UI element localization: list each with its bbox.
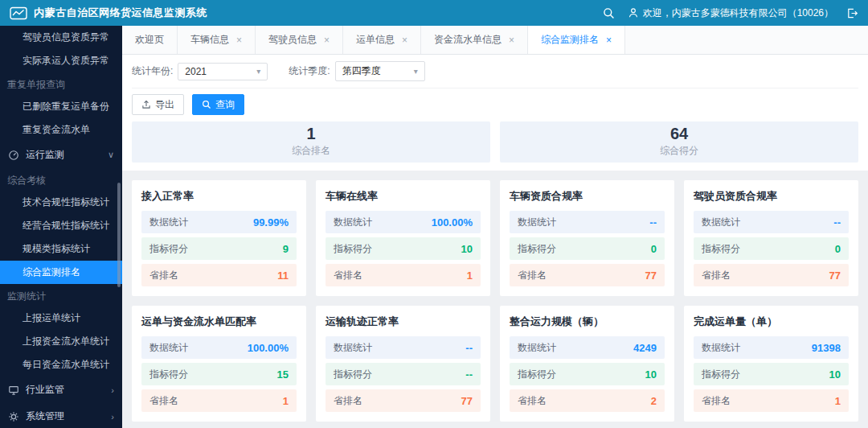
sidebar-item-duplicate-fund-flow[interactable]: 重复资金流水单 <box>0 118 122 142</box>
quarter-select-value: 第四季度 <box>342 64 381 78</box>
metric-rank-label: 省排名 <box>334 269 362 282</box>
metric-card: 驾驶员资质合规率 数据统计 -- 指标得分 0 省排名 77 <box>684 180 858 296</box>
quarter-select[interactable]: 第四季度 ▾ <box>335 61 425 81</box>
tab-fund-flow-info[interactable]: 资金流水单信息 × <box>421 26 528 54</box>
metric-stat-value: 100.00% <box>432 216 473 228</box>
metric-score-label: 指标得分 <box>149 242 188 256</box>
sidebar-item-reported-waybill-stats[interactable]: 上报运单统计 <box>0 307 122 330</box>
sidebar-item-actual-carrier-cert-abnormal[interactable]: 实际承运人资质异常 <box>0 49 122 72</box>
close-icon[interactable]: × <box>606 35 612 46</box>
metric-rank-row: 省排名 1 <box>694 389 849 412</box>
export-button[interactable]: 导出 <box>132 94 184 115</box>
close-icon[interactable]: × <box>509 35 514 46</box>
sidebar: 驾驶员信息资质异常 实际承运人资质异常 重复单报查询 已删除重复运单备份 重复资… <box>0 26 122 428</box>
sidebar-item-business-compliance-stats[interactable]: 经营合规性指标统计 <box>0 214 122 237</box>
gear-icon <box>8 411 19 422</box>
query-button-label: 查询 <box>215 100 235 109</box>
metric-score-value: 10 <box>645 368 657 381</box>
metric-card-title: 车辆在线率 <box>326 189 481 204</box>
sidebar-item-technical-compliance-stats[interactable]: 技术合规性指标统计 <box>0 191 122 214</box>
summary-card-rank: 1 综合排名 <box>132 121 490 163</box>
caret-down-icon: ▾ <box>414 67 418 76</box>
metric-rank-label: 省排名 <box>518 269 547 282</box>
metric-card: 运单与资金流水单匹配率 数据统计 100.00% 指标得分 15 省排名 1 <box>132 306 306 422</box>
sidebar-group-industry-supervision[interactable]: 行业监管 › <box>0 377 122 403</box>
search-icon <box>202 100 211 109</box>
user-icon <box>628 7 639 19</box>
caret-down-icon: ▾ <box>256 67 260 76</box>
close-icon[interactable]: × <box>402 35 407 46</box>
metric-rank-label: 省排名 <box>334 394 362 408</box>
sidebar-item-comprehensive-monitoring-ranking[interactable]: 综合监测排名 <box>0 261 122 284</box>
metric-score-value: 9 <box>283 243 289 255</box>
metric-stat-row: 数据统计 100.00% <box>326 211 481 233</box>
metric-stat-value: 99.99% <box>253 216 289 228</box>
year-select-value: 2021 <box>185 66 207 77</box>
metric-score-row: 指标得分 10 <box>694 363 849 385</box>
close-icon[interactable]: × <box>324 35 330 46</box>
tab-welcome[interactable]: 欢迎页 <box>122 26 178 54</box>
metric-rank-value: 1 <box>283 395 289 407</box>
metric-rank-row: 省排名 1 <box>326 264 481 286</box>
metric-card-title: 接入正常率 <box>141 189 297 204</box>
metric-stat-label: 数据统计 <box>702 216 740 229</box>
tab-label: 欢迎页 <box>135 33 164 47</box>
sidebar-item-scale-indicator-stats[interactable]: 规模类指标统计 <box>0 237 122 261</box>
metric-score-row: 指标得分 10 <box>510 363 665 385</box>
metric-rank-value: 2 <box>651 395 657 407</box>
metric-rank-row: 省排名 77 <box>694 264 849 286</box>
metric-score-row: 指标得分 15 <box>141 363 297 385</box>
metric-score-label: 指标得分 <box>149 368 188 381</box>
metric-card: 车辆在线率 数据统计 100.00% 指标得分 10 省排名 1 <box>316 180 490 296</box>
metric-score-label: 指标得分 <box>334 242 372 256</box>
sidebar-group-system-management[interactable]: 系统管理 › <box>0 403 122 428</box>
query-button[interactable]: 查询 <box>192 94 244 115</box>
metric-card: 完成运单量（单） 数据统计 91398 指标得分 10 省排名 1 <box>684 306 858 422</box>
quarter-filter: 统计季度: 第四季度 ▾ <box>289 61 424 81</box>
close-icon[interactable]: × <box>236 35 242 46</box>
sidebar-item-deleted-duplicate-waybill-backup[interactable]: 已删除重复运单备份 <box>0 95 122 118</box>
metric-stat-value: 100.00% <box>248 342 289 354</box>
year-filter-label: 统计年份: <box>132 64 173 78</box>
metric-card: 运输轨迹正常率 数据统计 -- 指标得分 -- 省排名 77 <box>316 306 490 422</box>
app-title: 内蒙古自治区网络货运信息监测系统 <box>34 6 207 20</box>
metric-score-row: 指标得分 0 <box>510 237 665 260</box>
metric-stat-value: -- <box>465 342 473 354</box>
sidebar-item-reported-fund-flow-stats[interactable]: 上报资金流水单统计 <box>0 330 122 353</box>
metric-score-row: 指标得分 -- <box>326 363 481 385</box>
metric-score-row: 指标得分 9 <box>141 237 297 260</box>
metric-rank-label: 省排名 <box>149 269 178 282</box>
metric-rank-label: 省排名 <box>518 394 547 408</box>
user-menu[interactable]: 欢迎，内蒙古多蒙德科技有限公司（10026） <box>628 6 833 20</box>
exit-icon[interactable] <box>846 7 858 19</box>
metric-score-value: 15 <box>277 368 289 381</box>
tab-driver-info[interactable]: 驾驶员信息 × <box>256 26 343 54</box>
sidebar-group-operation-monitoring[interactable]: 运行监测 ∨ <box>0 142 122 168</box>
metric-rank-value: 1 <box>467 270 473 282</box>
metric-card-title: 运单与资金流水单匹配率 <box>141 315 297 329</box>
tab-monitoring-ranking[interactable]: 综合监测排名 × <box>528 26 625 54</box>
year-select[interactable]: 2021 ▾ <box>178 63 268 80</box>
sidebar-section-monitoring-stats: 监测统计 <box>0 284 122 307</box>
tab-vehicle-info[interactable]: 车辆信息 × <box>178 26 256 54</box>
metric-score-value: -- <box>465 368 473 381</box>
export-button-label: 导出 <box>155 100 174 109</box>
sidebar-scrollbar[interactable] <box>117 183 121 287</box>
metric-rank-row: 省排名 1 <box>141 389 297 412</box>
tab-bar: 欢迎页 车辆信息 × 驾驶员信息 × 运单信息 × 资金流水单信息 × 综合监测… <box>122 26 868 55</box>
query-panel: 统计年份: 2021 ▾ 统计季度: 第四季度 ▾ <box>122 55 868 171</box>
metric-stat-row: 数据统计 100.00% <box>141 336 297 359</box>
metric-stat-value: -- <box>649 216 657 228</box>
tab-waybill-info[interactable]: 运单信息 × <box>343 26 421 54</box>
quarter-filter-label: 统计季度: <box>289 64 330 78</box>
search-icon[interactable] <box>603 7 615 19</box>
sidebar-item-driver-info-cert-abnormal[interactable]: 驾驶员信息资质异常 <box>0 26 122 49</box>
main-area: 欢迎页 车辆信息 × 驾驶员信息 × 运单信息 × 资金流水单信息 × 综合监测… <box>122 26 868 428</box>
metric-card-title: 驾驶员资质合规率 <box>694 189 849 204</box>
year-filter: 统计年份: 2021 ▾ <box>132 63 268 80</box>
metric-rank-value: 77 <box>645 270 657 282</box>
tab-label: 综合监测排名 <box>541 33 599 47</box>
metric-stat-row: 数据统计 -- <box>510 211 665 233</box>
monitor-icon <box>8 385 19 396</box>
sidebar-item-daily-fund-flow-stats[interactable]: 每日资金流水单统计 <box>0 353 122 377</box>
